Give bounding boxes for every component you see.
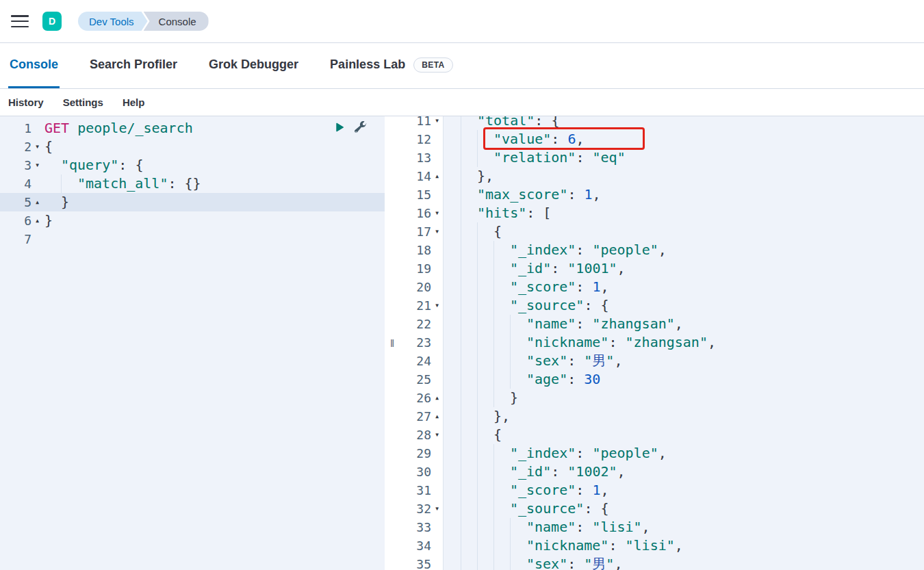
token-p: }	[44, 212, 53, 229]
fold-spacer	[431, 555, 443, 570]
code-line-4[interactable]: 4"match_all": {}	[0, 174, 385, 193]
request-options-button[interactable]	[355, 121, 367, 133]
play-icon	[334, 122, 345, 133]
breadcrumb: Dev Tools Console	[78, 12, 209, 31]
code-line-27[interactable]: 27▴},	[400, 407, 924, 426]
fold-down-icon[interactable]: ▾	[431, 222, 443, 241]
code-line-1[interactable]: 1GET people/_search	[0, 119, 385, 138]
code-line-29[interactable]: 29"_index": "people",	[400, 444, 924, 463]
token-p: ,	[593, 186, 601, 203]
code-line-31[interactable]: 31"_score": 1,	[400, 481, 924, 500]
fold-up-icon[interactable]: ▴	[431, 407, 443, 426]
line-number: 19	[400, 259, 431, 278]
fold-up-icon[interactable]: ▴	[31, 211, 43, 230]
indent-guide	[461, 148, 477, 167]
token-p: {	[600, 297, 608, 313]
indent-guide	[461, 481, 477, 500]
code-line-18[interactable]: 18"_index": "people",	[400, 241, 924, 259]
fold-down-icon[interactable]: ▾	[431, 296, 443, 315]
code-line-24[interactable]: 24"sex": "男",	[400, 352, 924, 370]
code-line-17[interactable]: 17▾{	[400, 222, 924, 241]
code-line-5[interactable]: 5▴}	[0, 193, 385, 211]
indent-guide	[477, 536, 493, 555]
space-avatar[interactable]: D	[42, 12, 62, 31]
line-number: 34	[400, 536, 431, 555]
line-number: 28	[400, 426, 431, 444]
fold-down-icon[interactable]: ▾	[31, 138, 43, 156]
code-line-6[interactable]: 6▴}	[0, 211, 385, 230]
code-line-34[interactable]: 34"nickname": "lisi",	[400, 536, 924, 555]
code-line-16[interactable]: 16▾"hits": [	[400, 204, 924, 222]
token-p: :	[567, 352, 584, 369]
line-number: 2	[0, 138, 31, 156]
code-line-33[interactable]: 33"name": "lisi",	[400, 518, 924, 536]
fold-up-icon[interactable]: ▴	[431, 167, 443, 185]
line-number: 1	[0, 119, 31, 138]
token-p: ,	[617, 463, 626, 480]
indent-spacer	[44, 174, 61, 193]
breadcrumb-dev-tools[interactable]: Dev Tools	[78, 12, 148, 31]
code-line-2[interactable]: 2▾{	[0, 138, 385, 156]
token-key: "query"	[61, 157, 118, 173]
token-str: "	[606, 352, 614, 369]
tab-grok-debugger[interactable]: Grok Debugger	[207, 43, 300, 88]
code-line-12[interactable]: 12"value": 6,	[400, 130, 924, 148]
breadcrumb-console[interactable]: Console	[144, 12, 209, 31]
code-line-32[interactable]: 32▾"_source": {	[400, 500, 924, 518]
fold-down-icon[interactable]: ▾	[31, 156, 43, 174]
tab-search-profiler[interactable]: Search Profiler	[88, 43, 179, 88]
response-viewer[interactable]: 11▾"total": {12"value": 6,13"relation": …	[400, 116, 924, 570]
indent-guide	[461, 167, 477, 185]
code-text: "query": {	[43, 156, 143, 174]
send-request-button[interactable]	[333, 121, 346, 133]
indent-guide	[461, 555, 477, 570]
code-line-26[interactable]: 26▴}	[400, 389, 924, 407]
indent-guide	[461, 259, 477, 278]
code-line-14[interactable]: 14▴},	[400, 167, 924, 185]
indent-guide	[510, 536, 526, 555]
fold-down-icon[interactable]: ▾	[431, 426, 443, 444]
line-number: 11	[400, 116, 431, 130]
code-line-30[interactable]: 30"_id": "1002",	[400, 463, 924, 481]
indent-spacer	[444, 185, 461, 204]
code-line-23[interactable]: 23"nickname": "zhangsan",	[400, 333, 924, 352]
request-editor[interactable]: 1GET people/_search2▾{3▾"query": {4"matc…	[0, 116, 385, 570]
fold-down-icon[interactable]: ▾	[431, 204, 443, 222]
indent-guide	[477, 481, 493, 500]
menu-item-history[interactable]: History	[8, 96, 44, 108]
fold-up-icon[interactable]: ▴	[31, 193, 43, 211]
code-text: }	[43, 211, 53, 230]
code-text: "name": "lisi",	[443, 518, 650, 536]
token-p: :	[576, 445, 592, 461]
code-line-20[interactable]: 20"_score": 1,	[400, 278, 924, 296]
indent-guide	[461, 204, 477, 222]
indent-spacer	[444, 259, 461, 278]
code-line-15[interactable]: 15"max_score": 1,	[400, 185, 924, 204]
code-line-3[interactable]: 3▾"query": {	[0, 156, 385, 174]
indent-guide	[461, 518, 477, 536]
code-line-28[interactable]: 28▾{	[400, 426, 924, 444]
token-p: :	[584, 500, 600, 517]
code-line-11[interactable]: 11▾"total": {	[400, 116, 924, 130]
code-line-22[interactable]: 22"name": "zhangsan",	[400, 315, 924, 333]
menu-item-help[interactable]: Help	[123, 96, 145, 108]
fold-down-icon[interactable]: ▾	[431, 116, 443, 130]
token-key: "_source"	[510, 500, 584, 517]
menu-item-settings[interactable]: Settings	[63, 96, 103, 108]
code-line-25[interactable]: 25"age": 30	[400, 370, 924, 389]
code-line-21[interactable]: 21▾"_source": {	[400, 296, 924, 315]
fold-up-icon[interactable]: ▴	[431, 389, 443, 407]
panel-resizer[interactable]: ‖	[385, 116, 400, 570]
tab-painless-lab[interactable]: Painless Lab BETA	[329, 43, 454, 88]
tab-console[interactable]: Console	[8, 43, 60, 88]
menu-icon[interactable]	[11, 14, 29, 28]
code-line-19[interactable]: 19"_id": "1001",	[400, 259, 924, 278]
request-editor-lines: 1GET people/_search2▾{3▾"query": {4"matc…	[0, 116, 385, 248]
code-line-13[interactable]: 13"relation": "eq"	[400, 148, 924, 167]
code-text: "_id": "1002",	[443, 463, 626, 481]
fold-spacer	[431, 259, 443, 278]
code-line-35[interactable]: 35"sex": "男",	[400, 555, 924, 570]
line-number: 25	[400, 370, 431, 389]
code-line-7[interactable]: 7	[0, 230, 385, 248]
fold-down-icon[interactable]: ▾	[431, 500, 443, 518]
